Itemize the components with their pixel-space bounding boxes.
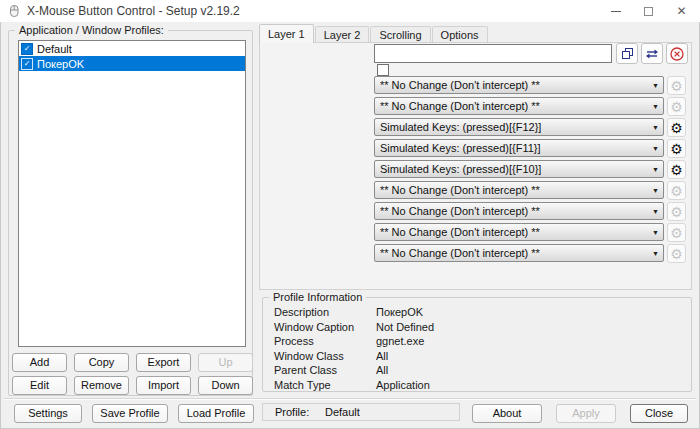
chevron-down-icon: ▼ bbox=[652, 166, 659, 173]
chevron-down-icon: ▼ bbox=[652, 82, 659, 89]
left-button-settings-button[interactable]: ⚙ bbox=[667, 76, 686, 95]
clear-layer-button[interactable] bbox=[666, 43, 688, 64]
tilt-wheel-left-settings-button[interactable]: ⚙ bbox=[667, 223, 686, 242]
load-profile-button[interactable]: Load Profile bbox=[178, 404, 254, 423]
close-window-button[interactable]: ✕ bbox=[665, 0, 698, 22]
swap-layers-button[interactable] bbox=[641, 43, 663, 64]
profile-list-item[interactable]: ✓Default bbox=[19, 41, 245, 56]
tilt-wheel-left-action-value: ** No Change (Don't intercept) ** bbox=[380, 226, 540, 238]
wheel-down-action-value: ** No Change (Don't intercept) ** bbox=[380, 205, 540, 217]
settings-button[interactable]: Settings bbox=[14, 404, 82, 423]
parent-class-value: All bbox=[376, 364, 388, 376]
minimize-button[interactable] bbox=[599, 0, 632, 22]
profiles-group-title: Application / Window Profiles: bbox=[15, 24, 168, 36]
chevron-down-icon: ▼ bbox=[652, 250, 659, 257]
copy-profile-button[interactable]: Copy bbox=[74, 353, 129, 372]
mouse-button-4-action-select[interactable]: Simulated Keys: (pressed)[{F11}]▼ bbox=[374, 139, 664, 157]
middle-button-action-select[interactable]: Simulated Keys: (pressed)[{F12}]▼ bbox=[374, 118, 664, 136]
gear-icon: ⚙ bbox=[670, 247, 683, 261]
import-profile-button[interactable]: Import bbox=[136, 376, 191, 395]
profile-item-label: Default bbox=[37, 43, 72, 55]
window-caption-label: Window Caption bbox=[274, 321, 354, 333]
down-profile-button[interactable]: Down bbox=[198, 376, 253, 395]
profile-status-value: Default bbox=[325, 406, 360, 418]
up-profile-button[interactable]: Up bbox=[198, 353, 253, 372]
app-mouse-icon bbox=[7, 4, 21, 18]
about-button[interactable]: About bbox=[472, 404, 542, 423]
tilt-wheel-right-action-value: ** No Change (Don't intercept) ** bbox=[380, 247, 540, 259]
process-label: Process bbox=[274, 335, 314, 347]
tab-layer-1[interactable]: Layer 1 bbox=[259, 24, 314, 43]
profile-item-label: ПокерOK bbox=[37, 58, 84, 70]
profile-status-label: Profile: bbox=[275, 406, 309, 418]
add-profile-button[interactable]: Add bbox=[12, 353, 67, 372]
wheel-down-settings-button[interactable]: ⚙ bbox=[667, 202, 686, 221]
chevron-down-icon: ▼ bbox=[652, 208, 659, 215]
footer-separator bbox=[4, 398, 696, 400]
tab-layer-2[interactable]: Layer 2 bbox=[315, 26, 370, 43]
wheel-up-action-value: ** No Change (Don't intercept) ** bbox=[380, 184, 540, 196]
maximize-icon bbox=[644, 7, 653, 16]
profile-enabled-checkbox[interactable]: ✓ bbox=[21, 43, 33, 55]
mouse-button-5-action-select[interactable]: Simulated Keys: (pressed)[{F10}]▼ bbox=[374, 160, 664, 178]
mouse-button-4-action-value: Simulated Keys: (pressed)[{F11}] bbox=[380, 142, 541, 154]
middle-button-settings-button[interactable]: ⚙ bbox=[667, 118, 686, 137]
xmbc-setup-window: X-Mouse Button Control - Setup v2.19.2 ✕… bbox=[0, 0, 700, 429]
gear-icon: ⚙ bbox=[670, 205, 683, 219]
window-class-label: Window Class bbox=[274, 350, 344, 362]
wheel-down-action-select[interactable]: ** No Change (Don't intercept) **▼ bbox=[374, 202, 664, 220]
right-button-settings-button[interactable]: ⚙ bbox=[667, 97, 686, 116]
tilt-wheel-left-action-select[interactable]: ** No Change (Don't intercept) **▼ bbox=[374, 223, 664, 241]
gear-icon: ⚙ bbox=[670, 121, 683, 135]
window-controls: ✕ bbox=[599, 0, 698, 22]
left-button-action-value: ** No Change (Don't intercept) ** bbox=[380, 79, 540, 91]
gear-icon: ⚙ bbox=[670, 226, 683, 240]
mouse-button-4-settings-button[interactable]: ⚙ bbox=[667, 139, 686, 158]
profile-info-group: Profile Information DescriptionПокерOKWi… bbox=[262, 297, 692, 392]
chevron-down-icon: ▼ bbox=[652, 145, 659, 152]
copy-layer-button[interactable] bbox=[616, 43, 638, 64]
swap-layers-icon bbox=[644, 46, 660, 62]
edit-profile-button[interactable]: Edit bbox=[12, 376, 67, 395]
chevron-down-icon: ▼ bbox=[652, 229, 659, 236]
minimize-icon bbox=[611, 11, 621, 12]
wheel-up-settings-button[interactable]: ⚙ bbox=[667, 181, 686, 200]
save-profile-button[interactable]: Save Profile bbox=[92, 404, 168, 423]
tab-scrolling[interactable]: Scrolling bbox=[370, 26, 430, 43]
match-type-value: Application bbox=[376, 379, 430, 391]
profile-list-item[interactable]: ✓ПокерOK bbox=[19, 56, 245, 71]
close-icon: ✕ bbox=[676, 5, 686, 17]
tab-options[interactable]: Options bbox=[432, 26, 488, 43]
gear-icon: ⚙ bbox=[670, 163, 683, 177]
window-caption-value: Not Defined bbox=[376, 321, 434, 333]
right-button-action-value: ** No Change (Don't intercept) ** bbox=[380, 100, 540, 112]
tilt-wheel-right-action-select[interactable]: ** No Change (Don't intercept) **▼ bbox=[374, 244, 664, 262]
left-button-action-select[interactable]: ** No Change (Don't intercept) **▼ bbox=[374, 76, 664, 94]
layer-name-input[interactable] bbox=[374, 44, 612, 63]
remove-profile-button[interactable]: Remove bbox=[74, 376, 129, 395]
profile-enabled-checkbox[interactable]: ✓ bbox=[21, 58, 33, 70]
description-label: Description bbox=[274, 306, 329, 318]
profiles-list[interactable]: ✓Default✓ПокерOK bbox=[18, 40, 246, 347]
window-title: X-Mouse Button Control - Setup v2.19.2 bbox=[27, 4, 240, 18]
disable-next-prev-checkbox[interactable] bbox=[377, 64, 389, 76]
description-value: ПокерOK bbox=[376, 306, 423, 318]
titlebar: X-Mouse Button Control - Setup v2.19.2 ✕ bbox=[0, 0, 700, 22]
mouse-button-5-action-value: Simulated Keys: (pressed)[{F10}] bbox=[380, 163, 541, 175]
gear-icon: ⚙ bbox=[670, 79, 683, 93]
mouse-button-5-settings-button[interactable]: ⚙ bbox=[667, 160, 686, 179]
export-profile-button[interactable]: Export bbox=[136, 353, 191, 372]
profile-info-title: Profile Information bbox=[269, 291, 366, 303]
clear-layer-icon bbox=[669, 46, 685, 62]
tilt-wheel-right-settings-button[interactable]: ⚙ bbox=[667, 244, 686, 263]
apply-button[interactable]: Apply bbox=[556, 404, 616, 423]
tab-strip: Layer 1Layer 2ScrollingOptions bbox=[259, 25, 489, 43]
right-button-action-select[interactable]: ** No Change (Don't intercept) **▼ bbox=[374, 97, 664, 115]
gear-icon: ⚙ bbox=[670, 142, 683, 156]
maximize-button[interactable] bbox=[632, 0, 665, 22]
close-button[interactable]: Close bbox=[630, 404, 688, 423]
wheel-up-action-select[interactable]: ** No Change (Don't intercept) **▼ bbox=[374, 181, 664, 199]
middle-button-action-value: Simulated Keys: (pressed)[{F12}] bbox=[380, 121, 541, 133]
copy-layer-icon bbox=[620, 46, 635, 61]
chevron-down-icon: ▼ bbox=[652, 187, 659, 194]
